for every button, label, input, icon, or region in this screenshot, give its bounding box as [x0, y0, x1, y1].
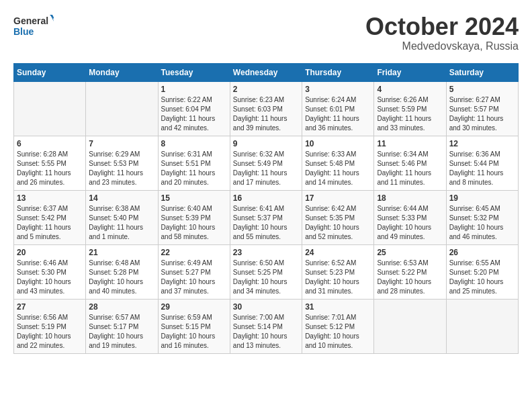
sunrise: Sunrise: 6:53 AM: [377, 259, 428, 267]
sunrise: Sunrise: 6:27 AM: [449, 96, 500, 103]
calendar-cell: 11 Sunrise: 6:34 AM Sunset: 5:46 PM Dayl…: [374, 136, 446, 190]
sunset: Sunset: 5:40 PM: [89, 214, 138, 222]
day-info: Sunrise: 6:46 AM Sunset: 5:30 PM Dayligh…: [17, 259, 83, 296]
daylight: Daylight: 10 hours and 49 minutes.: [377, 224, 431, 240]
day-number: 9: [233, 139, 299, 148]
daylight: Daylight: 10 hours and 31 minutes.: [305, 278, 359, 295]
sunrise: Sunrise: 6:55 AM: [449, 259, 500, 267]
calendar-cell: 24 Sunrise: 6:52 AM Sunset: 5:23 PM Dayl…: [302, 244, 374, 299]
day-info: Sunrise: 6:27 AM Sunset: 5:57 PM Dayligh…: [449, 95, 515, 133]
calendar-cell: 1 Sunrise: 6:22 AM Sunset: 6:04 PM Dayli…: [158, 81, 230, 136]
sunrise: Sunrise: 6:59 AM: [161, 314, 212, 321]
day-info: Sunrise: 7:00 AM Sunset: 5:14 PM Dayligh…: [233, 313, 299, 351]
sunset: Sunset: 5:25 PM: [233, 269, 283, 276]
sunset: Sunset: 6:03 PM: [233, 105, 283, 113]
day-number: 10: [305, 139, 371, 148]
day-info: Sunrise: 6:44 AM Sunset: 5:33 PM Dayligh…: [377, 204, 443, 242]
day-number: 14: [89, 193, 154, 203]
sunrise: Sunrise: 6:56 AM: [17, 314, 68, 321]
day-info: Sunrise: 6:22 AM Sunset: 6:04 PM Dayligh…: [161, 95, 227, 133]
sunrise: Sunrise: 6:44 AM: [377, 205, 428, 212]
calendar-cell: 21 Sunrise: 6:48 AM Sunset: 5:28 PM Dayl…: [86, 244, 158, 299]
day-number: 30: [233, 302, 299, 312]
sunset: Sunset: 5:37 PM: [233, 214, 283, 222]
sunrise: Sunrise: 6:45 AM: [449, 205, 500, 212]
calendar-week-row: 1 Sunrise: 6:22 AM Sunset: 6:04 PM Dayli…: [14, 81, 519, 136]
day-info: Sunrise: 6:28 AM Sunset: 5:55 PM Dayligh…: [17, 150, 83, 187]
day-number: 25: [377, 248, 443, 257]
sunset: Sunset: 5:44 PM: [449, 160, 499, 167]
daylight: Daylight: 10 hours and 52 minutes.: [305, 224, 359, 240]
day-info: Sunrise: 6:42 AM Sunset: 5:35 PM Dayligh…: [305, 204, 371, 242]
sunset: Sunset: 5:30 PM: [17, 269, 66, 276]
day-info: Sunrise: 6:41 AM Sunset: 5:37 PM Dayligh…: [233, 204, 299, 242]
daylight: Daylight: 11 hours and 5 minutes.: [17, 224, 71, 240]
sunset: Sunset: 5:51 PM: [161, 160, 211, 167]
day-info: Sunrise: 6:37 AM Sunset: 5:42 PM Dayligh…: [17, 204, 83, 242]
sunrise: Sunrise: 6:50 AM: [233, 259, 284, 267]
daylight: Daylight: 11 hours and 30 minutes.: [449, 115, 504, 132]
calendar-cell: 31 Sunrise: 7:01 AM Sunset: 5:12 PM Dayl…: [302, 299, 374, 353]
daylight: Daylight: 11 hours and 36 minutes.: [305, 115, 359, 132]
daylight: Daylight: 11 hours and 39 minutes.: [233, 115, 287, 132]
sunset: Sunset: 5:59 PM: [377, 105, 427, 113]
sunrise: Sunrise: 6:49 AM: [161, 259, 212, 267]
day-info: Sunrise: 6:57 AM Sunset: 5:17 PM Dayligh…: [89, 313, 154, 351]
calendar-table: SundayMondayTuesdayWednesdayThursdayFrid…: [13, 63, 519, 354]
sunrise: Sunrise: 6:52 AM: [305, 259, 356, 267]
weekday-header: Thursday: [302, 63, 374, 81]
day-number: 2: [233, 85, 299, 94]
sunset: Sunset: 5:46 PM: [377, 160, 427, 167]
calendar-cell: 30 Sunrise: 7:00 AM Sunset: 5:14 PM Dayl…: [230, 299, 302, 353]
sunrise: Sunrise: 6:42 AM: [305, 205, 356, 212]
day-number: 22: [161, 248, 227, 257]
sunset: Sunset: 5:42 PM: [17, 214, 66, 222]
calendar-cell: 22 Sunrise: 6:49 AM Sunset: 5:27 PM Dayl…: [158, 244, 230, 299]
daylight: Daylight: 10 hours and 55 minutes.: [233, 224, 287, 240]
sunrise: Sunrise: 6:33 AM: [305, 150, 356, 158]
calendar-cell: 10 Sunrise: 6:33 AM Sunset: 5:48 PM Dayl…: [302, 136, 374, 190]
day-info: Sunrise: 6:38 AM Sunset: 5:40 PM Dayligh…: [89, 204, 154, 242]
title-block: October 2024 Medvedovskaya, Russia: [365, 13, 519, 52]
weekday-header: Saturday: [446, 63, 518, 81]
daylight: Daylight: 11 hours and 1 minute.: [89, 224, 143, 240]
sunrise: Sunrise: 6:29 AM: [89, 150, 140, 158]
logo: General Blue: [13, 13, 54, 40]
day-number: 8: [161, 139, 227, 148]
daylight: Daylight: 11 hours and 42 minutes.: [161, 115, 216, 132]
sunrise: Sunrise: 6:31 AM: [161, 150, 212, 158]
daylight: Daylight: 11 hours and 11 minutes.: [377, 169, 431, 186]
day-number: 12: [449, 139, 515, 148]
day-info: Sunrise: 6:59 AM Sunset: 5:15 PM Dayligh…: [161, 313, 227, 351]
day-info: Sunrise: 6:34 AM Sunset: 5:46 PM Dayligh…: [377, 150, 443, 187]
daylight: Daylight: 10 hours and 37 minutes.: [161, 278, 216, 295]
calendar-cell: 17 Sunrise: 6:42 AM Sunset: 5:35 PM Dayl…: [302, 190, 374, 244]
sunset: Sunset: 5:19 PM: [17, 323, 66, 330]
day-info: Sunrise: 6:23 AM Sunset: 6:03 PM Dayligh…: [233, 95, 299, 133]
calendar-week-row: 27 Sunrise: 6:56 AM Sunset: 5:19 PM Dayl…: [14, 299, 519, 353]
calendar-cell: 28 Sunrise: 6:57 AM Sunset: 5:17 PM Dayl…: [86, 299, 158, 353]
sunset: Sunset: 5:15 PM: [161, 323, 211, 330]
day-number: 6: [17, 139, 83, 148]
calendar-cell: 4 Sunrise: 6:26 AM Sunset: 5:59 PM Dayli…: [374, 81, 446, 136]
day-info: Sunrise: 6:49 AM Sunset: 5:27 PM Dayligh…: [161, 259, 227, 296]
sunset: Sunset: 6:04 PM: [161, 105, 211, 113]
daylight: Daylight: 10 hours and 22 minutes.: [17, 332, 71, 349]
day-number: 13: [17, 193, 83, 203]
daylight: Daylight: 10 hours and 46 minutes.: [449, 224, 504, 240]
sunset: Sunset: 5:55 PM: [17, 160, 66, 167]
daylight: Daylight: 10 hours and 34 minutes.: [233, 278, 287, 295]
sunrise: Sunrise: 6:28 AM: [17, 150, 68, 158]
day-number: 18: [377, 193, 443, 203]
sunrise: Sunrise: 7:00 AM: [233, 314, 284, 321]
day-number: 21: [89, 248, 154, 257]
calendar-cell: [14, 81, 86, 136]
calendar-cell: 25 Sunrise: 6:53 AM Sunset: 5:22 PM Dayl…: [374, 244, 446, 299]
day-number: 20: [17, 248, 83, 257]
day-info: Sunrise: 6:31 AM Sunset: 5:51 PM Dayligh…: [161, 150, 227, 187]
calendar-cell: 2 Sunrise: 6:23 AM Sunset: 6:03 PM Dayli…: [230, 81, 302, 136]
day-info: Sunrise: 6:53 AM Sunset: 5:22 PM Dayligh…: [377, 259, 443, 296]
calendar-cell: 6 Sunrise: 6:28 AM Sunset: 5:55 PM Dayli…: [14, 136, 86, 190]
sunset: Sunset: 5:22 PM: [377, 269, 427, 276]
day-number: 5: [449, 85, 515, 94]
